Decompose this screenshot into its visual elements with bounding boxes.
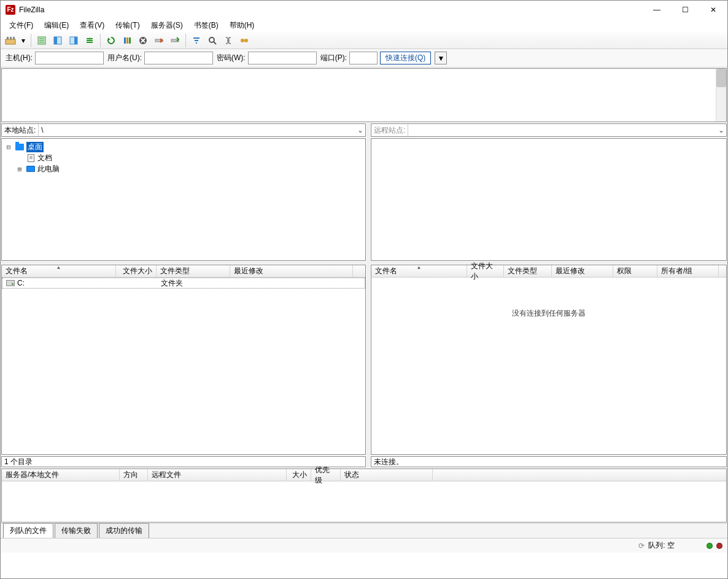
- host-input[interactable]: [35, 52, 104, 64]
- column-header[interactable]: 所有者/组: [657, 265, 719, 277]
- local-tree[interactable]: ⊟桌面文档⊞此电脑: [1, 138, 366, 261]
- svg-rect-13: [126, 37, 128, 44]
- port-input[interactable]: [349, 52, 378, 64]
- menu-item-5[interactable]: 书签(B): [189, 19, 223, 32]
- svg-rect-9: [54, 37, 57, 44]
- toggle-local-tree-button[interactable]: [50, 33, 65, 48]
- local-site-label: 本地站点:: [2, 124, 39, 136]
- disconnect-button[interactable]: [152, 33, 166, 48]
- close-button[interactable]: ✕: [699, 1, 727, 18]
- column-header[interactable]: 方向: [120, 469, 148, 481]
- port-label: 端口(P):: [320, 53, 347, 63]
- site-manager-button[interactable]: [3, 33, 18, 48]
- queue-status: 队列: 空: [648, 540, 675, 551]
- activity-led-recv: [707, 543, 713, 549]
- column-header[interactable]: 大小: [287, 469, 311, 481]
- column-header[interactable]: 文件类型: [504, 265, 552, 277]
- main-split: 本地站点: \ ⌄ ⊟桌面文档⊞此电脑 文件名▲文件大小文件类型最近修改 C:文…: [1, 123, 727, 468]
- menu-item-3[interactable]: 传输(T): [110, 19, 144, 32]
- remote-hsplitter[interactable]: [370, 262, 727, 264]
- column-header[interactable]: 文件大小: [116, 265, 157, 277]
- host-label: 主机(H):: [6, 53, 33, 63]
- transfer-queue[interactable]: 服务器/本地文件方向远程文件大小优先级状态: [1, 468, 727, 523]
- column-header[interactable]: 文件类型: [157, 265, 230, 277]
- toggle-queue-button[interactable]: [82, 33, 97, 48]
- menu-item-4[interactable]: 服务器(S): [146, 19, 188, 32]
- maximize-button[interactable]: ☐: [671, 1, 699, 18]
- menu-item-1[interactable]: 编辑(E): [39, 19, 74, 32]
- queue-tab[interactable]: 传输失败: [55, 523, 98, 538]
- column-header[interactable]: 服务器/本地文件: [2, 469, 120, 481]
- local-tree-node[interactable]: ⊞此电脑: [4, 163, 363, 174]
- process-queue-button[interactable]: [120, 33, 134, 48]
- column-header[interactable]: 最近修改: [552, 265, 613, 277]
- queue-tab[interactable]: 列队的文件: [3, 523, 53, 538]
- password-input[interactable]: [248, 52, 317, 64]
- menubar: 文件(F)编辑(E)查看(V)传输(T)服务器(S)书签(B)帮助(H): [1, 18, 727, 32]
- toggle-remote-tree-button[interactable]: [66, 33, 81, 48]
- local-path-dropdown[interactable]: ⌄: [355, 126, 365, 134]
- compare-button[interactable]: [221, 33, 236, 48]
- quickconnect-button[interactable]: 快速连接(Q): [380, 52, 431, 64]
- remote-status: 未连接。: [371, 456, 727, 467]
- remote-path-dropdown: ⌄: [716, 126, 726, 134]
- password-label: 密码(W):: [217, 53, 246, 63]
- username-input[interactable]: [144, 52, 213, 64]
- svg-point-21: [244, 39, 248, 42]
- toggle-log-button[interactable]: [34, 33, 49, 48]
- reconnect-button[interactable]: [168, 33, 182, 48]
- local-path-combo[interactable]: \: [39, 126, 355, 134]
- message-log[interactable]: [1, 68, 727, 122]
- column-header[interactable]: 远程文件: [148, 469, 287, 481]
- site-manager-dropdown[interactable]: ▾: [19, 33, 28, 48]
- tree-expander[interactable]: ⊞: [15, 165, 24, 173]
- remote-site-bar: 远程站点: ⌄: [371, 123, 727, 137]
- quickconnect-bar: 主机(H): 用户名(U): 密码(W): 端口(P): 快速连接(Q) ▼: [1, 49, 727, 68]
- file-row[interactable]: C:文件夹: [2, 278, 365, 289]
- svg-rect-0: [6, 39, 15, 44]
- filter-button[interactable]: [189, 33, 204, 48]
- statusbar: ⟳ 队列: 空: [1, 538, 727, 553]
- log-scrollbar[interactable]: [716, 69, 726, 122]
- column-header[interactable]: 文件名▲: [2, 265, 116, 277]
- svg-rect-12: [124, 37, 126, 44]
- column-header[interactable]: 文件大小: [467, 265, 504, 277]
- svg-rect-14: [129, 37, 131, 44]
- local-file-list[interactable]: 文件名▲文件大小文件类型最近修改 C:文件夹: [1, 265, 366, 455]
- drive-icon: [6, 280, 15, 286]
- sync-browse-button[interactable]: [237, 33, 252, 48]
- remote-file-list[interactable]: 文件名▲文件大小文件类型最近修改权限所有者/组 没有连接到任何服务器: [371, 265, 727, 455]
- local-hsplitter[interactable]: [1, 262, 366, 264]
- column-header[interactable]: 状态: [341, 469, 433, 481]
- column-header[interactable]: 最近修改: [230, 265, 353, 277]
- file-cell: 文件夹: [157, 278, 231, 289]
- refresh-button[interactable]: [104, 33, 118, 48]
- local-status: 1 个目录: [1, 456, 366, 467]
- column-header[interactable]: 权限: [613, 265, 657, 277]
- menu-item-0[interactable]: 文件(F): [4, 19, 38, 32]
- svg-point-20: [241, 39, 244, 42]
- remote-empty-message: 没有连接到任何服务器: [371, 308, 726, 319]
- quickconnect-history-dropdown[interactable]: ▼: [435, 52, 447, 64]
- app-window: Fz FileZilla — ☐ ✕ 文件(F)编辑(E)查看(V)传输(T)服…: [0, 0, 728, 579]
- cancel-button[interactable]: [136, 33, 150, 48]
- remote-site-label: 远程站点:: [371, 124, 408, 136]
- queue-tab[interactable]: 成功的传输: [99, 523, 149, 538]
- queue-tabs: 列队的文件传输失败成功的传输: [1, 523, 727, 538]
- file-name: C:: [17, 279, 25, 287]
- file-cell: C:: [2, 279, 117, 287]
- minimize-button[interactable]: —: [643, 1, 671, 18]
- local-tree-node[interactable]: ⊟桌面: [4, 141, 363, 152]
- queue-icon: ⟳: [638, 542, 645, 550]
- local-tree-node[interactable]: 文档: [4, 152, 363, 163]
- svg-rect-2: [10, 37, 12, 39]
- menu-item-2[interactable]: 查看(V): [75, 19, 109, 32]
- search-button[interactable]: [205, 33, 220, 48]
- tree-expander[interactable]: ⊟: [4, 143, 13, 151]
- svg-line-19: [214, 42, 216, 44]
- menu-item-6[interactable]: 帮助(H): [225, 19, 260, 32]
- column-header[interactable]: 优先级: [311, 469, 341, 481]
- remote-pane: 远程站点: ⌄ 文件名▲文件大小文件类型最近修改权限所有者/组 没有连接到任何服…: [370, 123, 727, 468]
- remote-tree[interactable]: [371, 138, 727, 261]
- column-header[interactable]: 文件名▲: [371, 265, 467, 277]
